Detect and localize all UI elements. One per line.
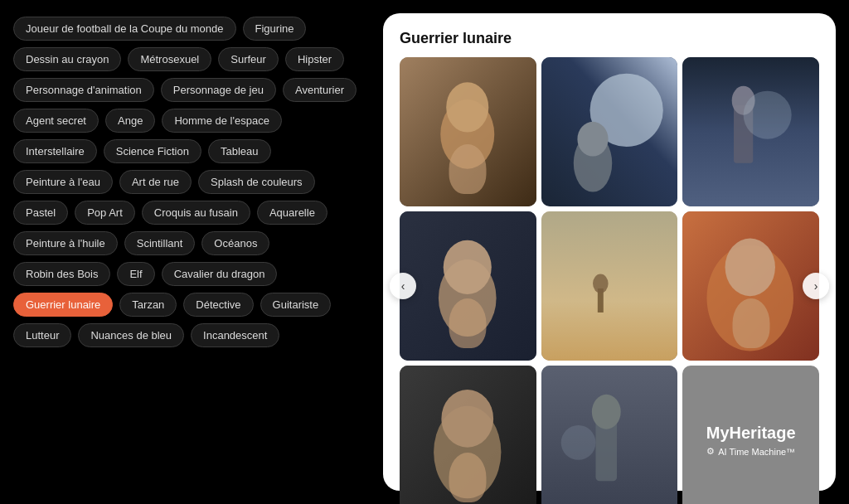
tag-agent-secret[interactable]: Agent secret (13, 109, 99, 133)
image-cell-2[interactable] (541, 57, 678, 206)
card-panel: Guerrier lunaire (383, 13, 836, 491)
tag-splash-couleurs[interactable]: Splash de couleurs (198, 170, 315, 194)
svg-point-6 (577, 122, 608, 157)
image-cell-7[interactable] (400, 366, 536, 504)
tag-incandescent[interactable]: Incandescent (191, 323, 279, 347)
tag-figurine[interactable]: Figurine (243, 17, 307, 41)
tag-joueur-football[interactable]: Joueur de football de la Coupe du monde (13, 17, 236, 41)
image-cell-4[interactable] (400, 211, 536, 361)
tag-nuances-bleu[interactable]: Nuances de bleu (78, 323, 184, 347)
image-cell-5[interactable] (541, 211, 678, 361)
tag-lutteur[interactable]: Lutteur (13, 323, 71, 347)
tag-homme-espace[interactable]: Homme de l'espace (162, 109, 281, 133)
tag-metrosexuel[interactable]: Métrosexuel (128, 47, 211, 71)
tag-peinture-huile[interactable]: Peinture à l'huile (13, 231, 118, 255)
image-cell-9[interactable]: MyHeritage ⚙ AI Time Machine™ (682, 366, 819, 504)
svg-point-25 (592, 395, 621, 429)
tag-pop-art[interactable]: Pop Art (75, 201, 135, 225)
tag-aquarelle[interactable]: Aquarelle (257, 201, 327, 225)
tag-tarzan[interactable]: Tarzan (119, 293, 177, 317)
svg-rect-14 (541, 211, 678, 361)
tag-robin-bois[interactable]: Robin des Bois (13, 262, 110, 286)
svg-point-16 (593, 274, 609, 293)
svg-point-19 (725, 239, 775, 297)
svg-point-2 (446, 82, 488, 132)
tags-panel: Joueur de football de la Coupe du mondeF… (13, 13, 370, 347)
card-title: Guerrier lunaire (400, 30, 819, 47)
tag-oceanos[interactable]: Océanos (201, 231, 269, 255)
myheritage-subtitle: ⚙ AI Time Machine™ (706, 446, 795, 457)
tag-tableau[interactable]: Tableau (208, 139, 271, 163)
tag-cavalier-dragon[interactable]: Cavalier du dragon (162, 262, 278, 286)
tag-dessin-crayon[interactable]: Dessin au crayon (13, 47, 121, 71)
tag-personnage-jeu[interactable]: Personnage de jeu (161, 78, 276, 102)
svg-point-13 (444, 240, 492, 294)
tag-art-rue[interactable]: Art de rue (119, 170, 192, 194)
image-cell-8[interactable] (541, 366, 678, 504)
tag-hipster[interactable]: Hipster (285, 47, 344, 71)
tag-aventurier[interactable]: Aventurier (283, 78, 357, 102)
tag-pastel[interactable]: Pastel (13, 201, 68, 225)
image-grid: ‹ › (400, 57, 819, 504)
tag-croquis-fusain[interactable]: Croquis au fusain (142, 201, 250, 225)
nav-left-arrow[interactable]: ‹ (390, 273, 416, 299)
svg-point-26 (560, 425, 595, 460)
tag-ange[interactable]: Ange (105, 109, 155, 133)
image-cell-1[interactable] (400, 57, 536, 206)
tag-guerrier-lunaire[interactable]: Guerrier lunaire (13, 293, 113, 317)
tag-elf[interactable]: Elf (117, 262, 154, 286)
tag-peinture-eau[interactable]: Peinture à l'eau (13, 170, 113, 194)
tag-surfeur[interactable]: Surfeur (218, 47, 279, 71)
tag-interstellaire[interactable]: Interstellaire (13, 139, 97, 163)
image-cell-3[interactable] (682, 57, 819, 206)
nav-right-arrow[interactable]: › (803, 273, 829, 299)
tag-science-fiction[interactable]: Science Fiction (104, 139, 201, 163)
tag-guitariste[interactable]: Guitariste (260, 293, 332, 317)
tag-detective[interactable]: Détective (183, 293, 253, 317)
myheritage-brand: MyHeritage (706, 424, 796, 443)
tag-scintillant[interactable]: Scintillant (124, 231, 196, 255)
image-cell-6[interactable] (682, 211, 819, 361)
tag-personnage-animation[interactable]: Personnage d'animation (13, 78, 154, 102)
svg-point-10 (744, 91, 792, 139)
svg-point-22 (441, 390, 493, 448)
